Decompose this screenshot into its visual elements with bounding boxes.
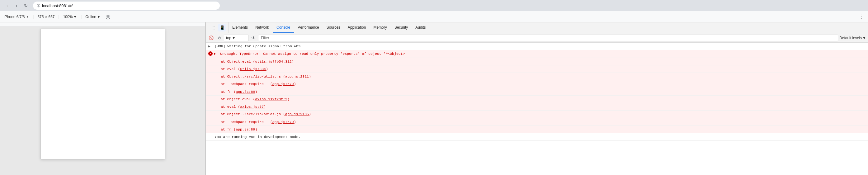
console-toolbar: 🚫 ⊘ top ▼ 👁 Default levels ▼ xyxy=(206,33,868,43)
tab-elements[interactable]: Elements xyxy=(228,22,252,33)
axios-link-1[interactable]: axios.js?f73f:3 xyxy=(255,97,287,101)
address-text: localhost:8081/#/ xyxy=(42,3,72,8)
console-line-error-main[interactable]: ✕ ▶ Uncaught TypeError: Cannot assign to… xyxy=(206,50,868,58)
console-line-stack-10: at fn (app.js:89) xyxy=(206,126,868,133)
capture-icon[interactable]: ◎ xyxy=(105,13,111,20)
width-value: 375 xyxy=(37,14,43,19)
tab-security[interactable]: Security xyxy=(391,22,411,33)
context-arrow: ▼ xyxy=(232,36,236,40)
console-line-stack-1: at Object.eval (utils.js?fb54:312) xyxy=(206,58,868,65)
inspect-element-button[interactable]: ⬚ xyxy=(210,24,217,31)
zoom-value: 100% xyxy=(63,14,73,19)
ruler-segment-3 xyxy=(82,22,123,26)
browser-chrome: ‹ › ↻ ⓘ localhost:8081/#/ iPhone 6/7/8 ▼… xyxy=(0,0,868,22)
cursor-icon: ⬚ xyxy=(211,25,215,30)
filter-icon: ⊘ xyxy=(218,35,221,40)
tab-application[interactable]: Application xyxy=(344,22,370,33)
stack-text-3: at Object../src/lib/utils.js (app.js:231… xyxy=(221,75,311,79)
console-line-stack-4: at __webpack_require__ (app.js:679) xyxy=(206,80,868,88)
axios-link-2[interactable]: axios.js:57 xyxy=(240,105,264,109)
ruler-segment-5 xyxy=(164,22,205,26)
zoom-selector[interactable]: 100% ▼ xyxy=(63,14,77,19)
clear-console-button[interactable]: 🚫 xyxy=(208,35,215,41)
ruler-segment-1 xyxy=(0,22,41,26)
console-line-stack-9: at __webpack_require__ (app.js:679) xyxy=(206,118,868,126)
ruler xyxy=(0,22,205,27)
stack-text-4: at __webpack_require__ (app.js:679) xyxy=(221,82,296,86)
console-line-hmr: ▶ [HMR] Waiting for update signal from W… xyxy=(206,43,868,50)
console-line-stack-8: at Object../src/lib/axios.js (app.js:213… xyxy=(206,111,868,118)
console-line-stack-3: at Object../src/lib/utils.js (app.js:231… xyxy=(206,73,868,80)
expand-triangle-icon: ▶ xyxy=(214,51,216,57)
console-output[interactable]: ▶ [HMR] Waiting for update signal from W… xyxy=(206,43,868,175)
nav-buttons: ‹ › ↻ xyxy=(4,2,29,9)
device-name: iPhone 6/7/8 xyxy=(4,14,25,19)
default-levels-selector[interactable]: Default levels ▼ xyxy=(839,36,866,40)
stack-text-9: at __webpack_require__ (app.js:679) xyxy=(221,120,296,124)
stack-text-1: at Object.eval (utils.js?fb54:312) xyxy=(221,59,294,63)
info-icon: ▶ xyxy=(208,44,211,49)
error-circle-icon: ✕ xyxy=(208,51,213,56)
dimensions: 375 × 667 xyxy=(37,14,55,19)
separator3: | xyxy=(81,14,82,19)
app-link-2[interactable]: app.js:679 xyxy=(272,82,294,86)
network-selector[interactable]: Online ▼ xyxy=(85,14,100,19)
separator2: | xyxy=(59,14,59,19)
eye-button[interactable]: 👁 xyxy=(250,35,257,41)
console-line-stack-5: at fn (app.js:89) xyxy=(206,88,868,96)
back-button[interactable]: ‹ xyxy=(4,2,10,9)
app-link-3[interactable]: app.js:89 xyxy=(236,90,255,94)
forward-button[interactable]: › xyxy=(13,2,20,9)
network-value: Online xyxy=(85,14,96,19)
stack-text-2: at eval (utils.js:334) xyxy=(221,67,268,71)
app-link-4[interactable]: app.js:2135 xyxy=(285,112,309,116)
devtools-panel: ⬚ 📱 Elements Network Console Performance… xyxy=(206,22,868,175)
filter-input[interactable] xyxy=(258,35,838,41)
tab-sources[interactable]: Sources xyxy=(323,22,344,33)
back-icon: ‹ xyxy=(6,3,8,8)
reload-button[interactable]: ↻ xyxy=(23,2,29,9)
utils-link-1[interactable]: utils.js?fb54:312 xyxy=(255,59,291,63)
app-link-1[interactable]: app.js:2311 xyxy=(285,75,309,79)
hmr-text: [HMR] Waiting for update signal from WDS… xyxy=(215,44,307,48)
forward-icon: › xyxy=(16,3,18,8)
app-link-5[interactable]: app.js:679 xyxy=(272,120,294,124)
vue-text: You are running Vue in development mode. xyxy=(215,135,301,139)
more-options-button[interactable]: ⋮ xyxy=(859,14,864,20)
tab-memory[interactable]: Memory xyxy=(370,22,391,33)
phone-preview xyxy=(0,22,206,175)
default-levels-label: Default levels xyxy=(839,36,862,40)
reload-icon: ↻ xyxy=(24,3,28,8)
times-symbol: × xyxy=(45,14,47,19)
context-selector[interactable]: top ▼ xyxy=(224,35,249,41)
main-layout: ⬚ 📱 Elements Network Console Performance… xyxy=(0,22,868,175)
network-arrow-icon: ▼ xyxy=(97,14,100,19)
console-line-stack-2: at eval (utils.js:334) xyxy=(206,65,868,73)
error-main-text: Uncaught TypeError: Cannot assign to rea… xyxy=(220,52,407,56)
filter-icon-button[interactable]: ⊘ xyxy=(216,35,223,41)
ruler-segment-4 xyxy=(123,22,164,26)
device-toggle-button[interactable]: 📱 xyxy=(218,24,226,31)
tab-performance[interactable]: Performance xyxy=(294,22,323,33)
separator: | xyxy=(33,14,34,19)
stack-text-10: at fn (app.js:89) xyxy=(221,127,257,132)
stack-text-5: at fn (app.js:89) xyxy=(221,90,257,94)
responsive-toolbar: iPhone 6/7/8 ▼ | 375 × 667 | 100% ▼ | On… xyxy=(0,11,868,22)
zoom-arrow-icon: ▼ xyxy=(73,14,77,19)
stack-text-8: at Object../src/lib/axios.js (app.js:213… xyxy=(221,112,311,116)
utils-link-2[interactable]: utils.js:334 xyxy=(240,67,266,71)
lock-icon: ⓘ xyxy=(37,3,40,8)
devtools-tabs: ⬚ 📱 Elements Network Console Performance… xyxy=(206,22,868,33)
default-levels-arrow: ▼ xyxy=(862,36,866,40)
ruler-segment-2 xyxy=(41,22,82,26)
tab-audits[interactable]: Audits xyxy=(411,22,429,33)
app-link-6[interactable]: app.js:89 xyxy=(236,127,255,132)
stack-text-6: at Object.eval (axios.js?f73f:3) xyxy=(221,97,289,101)
clear-icon: 🚫 xyxy=(209,35,214,40)
phone-frame xyxy=(40,29,165,159)
tab-console[interactable]: Console xyxy=(273,22,294,33)
device-selector[interactable]: iPhone 6/7/8 ▼ xyxy=(4,14,29,19)
tab-network[interactable]: Network xyxy=(252,22,273,33)
address-bar[interactable]: ⓘ localhost:8081/#/ xyxy=(33,2,220,10)
devtools-icons: ⬚ 📱 xyxy=(207,22,228,33)
